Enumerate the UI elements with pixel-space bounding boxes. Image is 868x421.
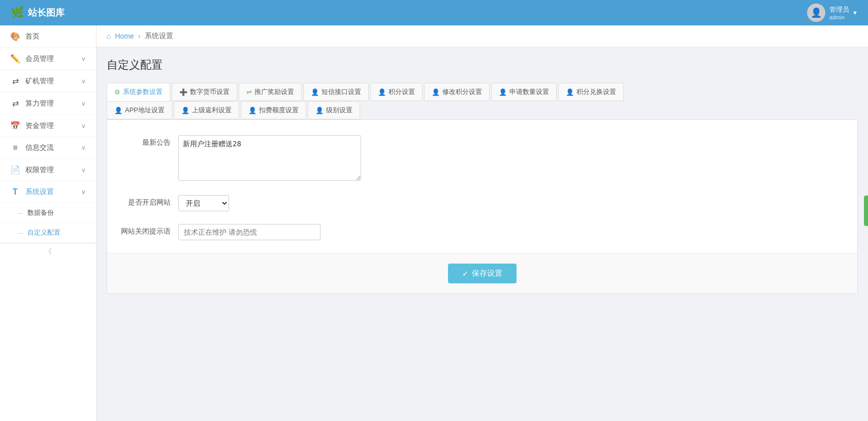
sidebar-item-label: 系统设置: [25, 187, 81, 197]
tab-points[interactable]: 👤 积分设置: [370, 83, 423, 101]
notice-textarea[interactable]: 新用户注册赠送28: [178, 135, 361, 181]
sidebar-item-home[interactable]: 🎨 首页: [0, 25, 96, 48]
chevron-icon: ∨: [81, 188, 86, 196]
sidebar-subitem-custom-config[interactable]: 自定义配置: [0, 223, 96, 243]
tab-label: 申请数量设置: [509, 87, 549, 96]
home-breadcrumb-icon: ⌂: [107, 32, 111, 40]
subitem-label: 数据备份: [27, 208, 54, 217]
notice-control: 新用户注册赠送28: [178, 135, 432, 182]
tab-panel: 最新公告 新用户注册赠送28 是否开启网站 开启 关闭: [107, 119, 858, 294]
close-message-control: [178, 224, 432, 240]
info-icon: ≡: [10, 143, 20, 152]
tab-label: 积分设置: [389, 87, 415, 96]
permission-icon: 📄: [10, 165, 20, 175]
sidebar: 🎨 首页 ✏️ 会员管理 ∨ ⇄ 矿机管理 ∨ ⇄ 算力管理 ∨ 📅 资金管理 …: [0, 25, 97, 421]
main-layout: 🎨 首页 ✏️ 会员管理 ∨ ⇄ 矿机管理 ∨ ⇄ 算力管理 ∨ 📅 资金管理 …: [0, 25, 868, 421]
tab-icon: 👤: [315, 107, 324, 114]
avatar: 👤: [807, 4, 825, 22]
save-icon: ✓: [462, 269, 469, 278]
save-button[interactable]: ✓ 保存设置: [448, 264, 517, 283]
tab-icon: 👤: [114, 107, 122, 114]
finance-icon: 📅: [10, 121, 20, 131]
tab-label: 短信接口设置: [322, 87, 361, 96]
chevron-icon: ∨: [81, 55, 86, 62]
notice-label: 最新公告: [117, 135, 178, 147]
sidebar-item-label: 矿机管理: [25, 77, 81, 86]
tab-icon: 👤: [566, 88, 574, 96]
form-group-notice: 最新公告 新用户注册赠送28: [117, 135, 847, 182]
sidebar-item-member[interactable]: ✏️ 会员管理 ∨: [0, 48, 96, 70]
close-message-label: 网站关闭提示语: [117, 224, 178, 236]
website-open-label: 是否开启网站: [117, 195, 178, 207]
tab-deduct-quota[interactable]: 👤 扣费额度设置: [241, 101, 306, 119]
collapse-icon: 《: [45, 247, 52, 256]
tab-icon: 👤: [499, 88, 507, 96]
sidebar-item-system[interactable]: T 系统设置 ∨: [0, 181, 96, 203]
tab-sms-api[interactable]: 👤 短信接口设置: [303, 83, 369, 101]
form-actions: ✓ 保存设置: [107, 253, 857, 294]
tab-icon: 👤: [248, 107, 256, 114]
tab-icon: ⇌: [246, 88, 252, 96]
sidebar-item-finance[interactable]: 📅 资金管理 ∨: [0, 115, 96, 137]
website-open-control: 开启 关闭: [178, 195, 432, 211]
user-role: 管理员: [829, 5, 849, 14]
tab-label: 级别设置: [326, 106, 352, 115]
form-group-website-open: 是否开启网站 开启 关闭: [117, 195, 847, 211]
sidebar-item-label: 资金管理: [25, 121, 81, 131]
sidebar-collapse-button[interactable]: 《: [0, 243, 96, 261]
tab-icon: ⚙: [114, 88, 120, 96]
tab-promo-reward[interactable]: ⇌ 推广奖励设置: [239, 83, 302, 101]
website-open-select[interactable]: 开启 关闭: [178, 195, 229, 211]
tab-apply-count[interactable]: 👤 申请数量设置: [491, 83, 557, 101]
breadcrumb-separator: ›: [138, 32, 141, 40]
home-icon: 🎨: [10, 31, 20, 41]
sidebar-item-label: 信息交流: [25, 143, 81, 152]
tab-label: 数字货币设置: [190, 87, 230, 96]
chevron-icon: ∨: [81, 167, 86, 174]
tab-label: 积分兑换设置: [576, 87, 616, 96]
user-name: admin: [829, 14, 849, 20]
tab-app-address[interactable]: 👤 APP地址设置: [107, 101, 172, 119]
sidebar-item-mining[interactable]: ⇄ 矿机管理 ∨: [0, 70, 96, 92]
tab-label: 扣费额度设置: [259, 106, 299, 115]
chevron-icon: ∨: [81, 144, 86, 151]
tab-icon: 👤: [432, 88, 440, 96]
close-message-input[interactable]: [178, 224, 320, 240]
tab-icon: 👤: [311, 88, 319, 96]
sidebar-item-hashrate[interactable]: ⇄ 算力管理 ∨: [0, 92, 96, 115]
form-group-close-message: 网站关闭提示语: [117, 224, 847, 240]
logo: 🌿 站长图库: [10, 6, 65, 19]
page-content: 自定义配置 ⚙ 系统参数设置 ➕ 数字货币设置 ⇌ 推广奖励设置 👤 短信接口设…: [97, 47, 868, 304]
content-area: ⌂ Home › 系统设置 自定义配置 ⚙ 系统参数设置 ➕ 数字货币设置 ⇌: [97, 25, 868, 421]
sidebar-item-permission[interactable]: 📄 权限管理 ∨: [0, 159, 96, 181]
logo-text: 站长图库: [28, 7, 65, 19]
logo-icon: 🌿: [10, 6, 24, 19]
tab-label: 推广奖励设置: [254, 87, 294, 96]
sidebar-subitem-backup[interactable]: 数据备份: [0, 203, 96, 223]
breadcrumb: ⌂ Home › 系统设置: [97, 25, 868, 47]
hashrate-icon: ⇄: [10, 99, 20, 108]
dropdown-icon: ▼: [852, 10, 858, 16]
tab-digital-currency[interactable]: ➕ 数字货币设置: [172, 83, 237, 101]
scroll-indicator: [864, 196, 868, 226]
home-breadcrumb-link[interactable]: Home: [115, 32, 134, 40]
tab-parent-rebate[interactable]: 👤 上级返利设置: [174, 101, 239, 119]
tab-label: 修改积分设置: [442, 87, 482, 96]
sidebar-item-label: 会员管理: [25, 54, 81, 63]
chevron-icon: ∨: [81, 122, 86, 129]
sidebar-item-label: 首页: [25, 32, 86, 41]
tab-points-exchange[interactable]: 👤 积分兑换设置: [558, 83, 624, 101]
tab-level-settings[interactable]: 👤 级别设置: [308, 101, 360, 119]
tab-label: APP地址设置: [125, 106, 165, 115]
member-icon: ✏️: [10, 54, 20, 63]
tab-modify-points[interactable]: 👤 修改积分设置: [424, 83, 490, 101]
chevron-icon: ∨: [81, 100, 86, 107]
sidebar-item-label: 算力管理: [25, 99, 81, 108]
sidebar-item-info[interactable]: ≡ 信息交流 ∨: [0, 137, 96, 159]
tab-system-params[interactable]: ⚙ 系统参数设置: [107, 83, 170, 101]
breadcrumb-current: 系统设置: [145, 31, 173, 41]
system-icon: T: [10, 187, 20, 197]
user-menu[interactable]: 👤 管理员 admin ▼: [807, 4, 858, 22]
tabs: ⚙ 系统参数设置 ➕ 数字货币设置 ⇌ 推广奖励设置 👤 短信接口设置 👤: [107, 83, 858, 101]
chevron-icon: ∨: [81, 78, 86, 85]
